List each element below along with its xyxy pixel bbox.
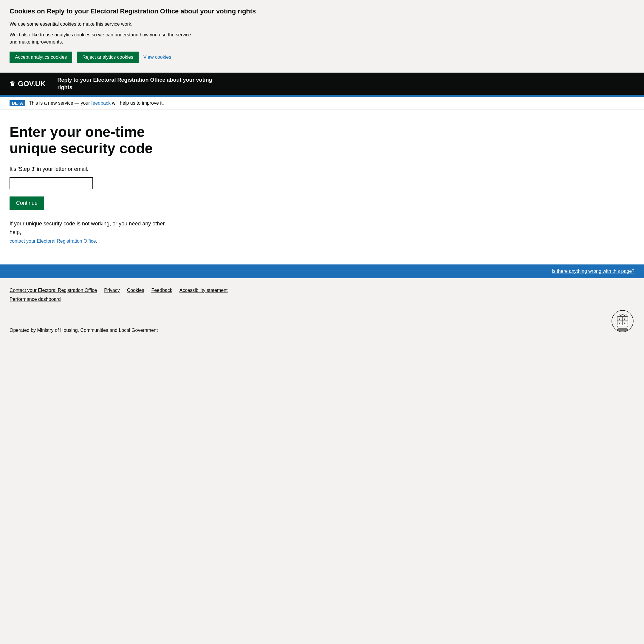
security-code-input[interactable]	[10, 177, 93, 189]
blue-bar	[0, 95, 644, 97]
main-content: Enter your one-time unique security code…	[0, 109, 644, 264]
site-header: ♛ GOV.UK Reply to your Electoral Registr…	[0, 73, 644, 95]
svg-text:♛: ♛	[619, 318, 620, 320]
reject-cookies-button[interactable]: Reject analytics cookies	[77, 52, 139, 63]
beta-text-after: will help us to improve it.	[111, 100, 164, 106]
footer-bottom: Operated by Ministry of Housing, Communi…	[10, 309, 634, 333]
govuk-logo-link[interactable]: ♛ GOV.UK	[10, 80, 45, 88]
step-hint: It's 'Step 3' in your letter or email.	[10, 166, 634, 172]
footer-feedback-link[interactable]: Feedback	[151, 288, 172, 293]
cookie-banner-text2: We'd also like to use analytics cookies …	[10, 31, 194, 46]
beta-text-before: This is a new service — your	[29, 100, 91, 106]
logo-text: GOV.UK	[18, 80, 45, 88]
footer-second-row: Performance dashboard	[10, 297, 634, 302]
footer-operated-text: Operated by Ministry of Housing, Communi…	[10, 328, 158, 333]
view-cookies-link[interactable]: View cookies	[143, 55, 171, 60]
beta-feedback-link[interactable]: feedback	[91, 100, 111, 106]
footer-accessibility-link[interactable]: Accessibility statement	[179, 288, 228, 293]
svg-text:♛: ♛	[623, 322, 625, 324]
crown-emblem: ♛ ♛ ♛ ♛	[611, 309, 634, 333]
beta-tag: BETA	[10, 100, 25, 106]
footer-links: Contact your Electoral Registration Offi…	[10, 288, 634, 293]
help-text: If your unique security code is not work…	[10, 219, 177, 245]
footer-cookies-link[interactable]: Cookies	[127, 288, 144, 293]
beta-text: This is a new service — your feedback wi…	[29, 100, 164, 106]
cookie-banner-text1: We use some essential cookies to make th…	[10, 21, 194, 28]
footer-contact-ero-link[interactable]: Contact your Electoral Registration Offi…	[10, 288, 97, 293]
cookie-banner-title: Cookies on Reply to your Electoral Regis…	[10, 7, 634, 16]
footer-performance-link[interactable]: Performance dashboard	[10, 297, 61, 302]
svg-text:♛: ♛	[623, 318, 625, 320]
crown-icon: ♛	[10, 80, 15, 87]
svg-text:♛: ♛	[619, 322, 620, 324]
continue-button[interactable]: Continue	[10, 196, 44, 210]
footer-privacy-link[interactable]: Privacy	[104, 288, 120, 293]
wrong-page-link[interactable]: Is there anything wrong with this page?	[552, 269, 635, 274]
page-title: Enter your one-time unique security code	[10, 124, 177, 157]
feedback-bar: Is there anything wrong with this page?	[0, 264, 644, 278]
help-text-before: If your unique security code is not work…	[10, 221, 165, 235]
accept-cookies-button[interactable]: Accept analytics cookies	[10, 52, 72, 63]
cookie-banner-buttons: Accept analytics cookies Reject analytic…	[10, 52, 634, 63]
site-footer: Contact your Electoral Registration Offi…	[0, 278, 644, 347]
help-text-after: .	[96, 238, 97, 244]
beta-banner: BETA This is a new service — your feedba…	[0, 97, 644, 109]
cookie-banner: Cookies on Reply to your Electoral Regis…	[0, 0, 644, 73]
contact-ero-link[interactable]: contact your Electoral Registration Offi…	[10, 239, 96, 244]
service-name: Reply to your Electoral Registration Off…	[57, 76, 212, 91]
